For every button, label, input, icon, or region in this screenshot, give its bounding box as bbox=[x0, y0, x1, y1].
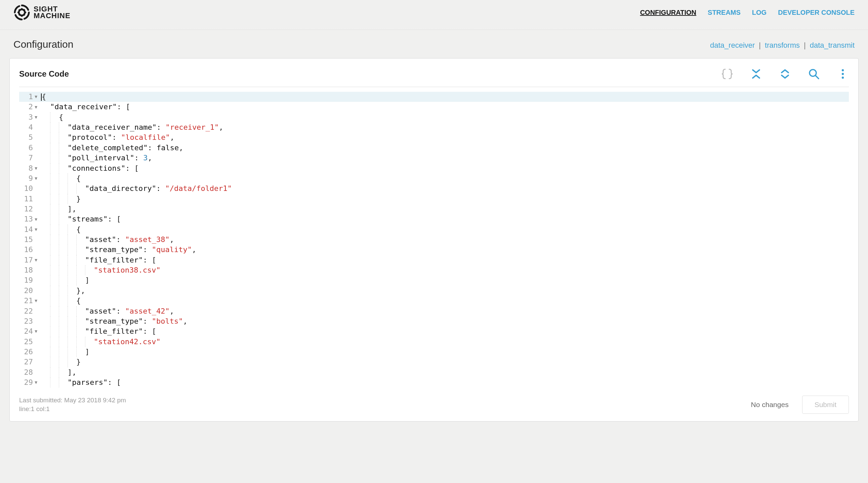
nav-configuration[interactable]: CONFIGURATION bbox=[640, 9, 696, 17]
subnav-data-transmit[interactable]: data_transmit bbox=[810, 41, 855, 50]
editor-line[interactable]: 8▼"connections": [ bbox=[19, 163, 849, 174]
expand-all-button[interactable] bbox=[779, 68, 791, 80]
search-button[interactable] bbox=[808, 68, 820, 80]
code-cell[interactable]: "connections": [ bbox=[39, 163, 849, 174]
editor-line[interactable]: 26] bbox=[19, 347, 849, 357]
editor-line[interactable]: 25"station42.csv" bbox=[19, 337, 849, 347]
code-cell[interactable]: "file_filter": [ bbox=[39, 326, 849, 336]
gutter[interactable]: 24▼ bbox=[19, 326, 39, 336]
code-cell[interactable]: { bbox=[39, 112, 849, 122]
gutter[interactable]: 3▼ bbox=[19, 112, 39, 122]
gutter[interactable]: 11 bbox=[19, 194, 39, 204]
editor-line[interactable]: 14▼{ bbox=[19, 224, 849, 235]
code-cell[interactable]: ], bbox=[39, 204, 849, 214]
code-cell[interactable]: "stream_type": "quality", bbox=[39, 245, 849, 255]
code-cell[interactable]: "asset": "asset_42", bbox=[39, 306, 849, 316]
code-cell[interactable]: "file_filter": [ bbox=[39, 255, 849, 265]
code-cell[interactable]: "protocol": "localfile", bbox=[39, 132, 849, 143]
editor-line[interactable]: 16"stream_type": "quality", bbox=[19, 245, 849, 255]
editor-line[interactable]: 18"station38.csv" bbox=[19, 265, 849, 275]
editor-line[interactable]: 15"asset": "asset_38", bbox=[19, 235, 849, 245]
editor-line[interactable]: 24▼"file_filter": [ bbox=[19, 326, 849, 336]
subnav-transforms[interactable]: transforms bbox=[765, 41, 800, 50]
gutter[interactable]: 8▼ bbox=[19, 163, 39, 174]
gutter[interactable]: 20 bbox=[19, 286, 39, 296]
editor-line[interactable]: 7"poll_interval": 3, bbox=[19, 153, 849, 163]
gutter[interactable]: 5 bbox=[19, 132, 39, 143]
fold-arrow-icon[interactable]: ▼ bbox=[34, 114, 37, 120]
editor-line[interactable]: 4"data_receiver_name": "receiver_1", bbox=[19, 122, 849, 132]
gutter[interactable]: 9▼ bbox=[19, 174, 39, 183]
code-cell[interactable]: "data_receiver": [ bbox=[39, 102, 849, 112]
code-cell[interactable]: "data_receiver_name": "receiver_1", bbox=[39, 122, 849, 132]
format-json-button[interactable] bbox=[721, 68, 733, 80]
gutter[interactable]: 13▼ bbox=[19, 214, 39, 224]
code-cell[interactable]: { bbox=[39, 174, 849, 183]
nav-developer-console[interactable]: DEVELOPER CONSOLE bbox=[778, 9, 855, 17]
gutter[interactable]: 18 bbox=[19, 265, 39, 275]
editor-line[interactable]: 19] bbox=[19, 275, 849, 285]
fold-arrow-icon[interactable]: ▼ bbox=[34, 165, 37, 172]
gutter[interactable]: 2▼ bbox=[19, 102, 39, 112]
editor-line[interactable]: 17▼"file_filter": [ bbox=[19, 255, 849, 265]
code-cell[interactable]: } bbox=[39, 357, 849, 367]
code-editor[interactable]: 1▼{2▼"data_receiver": [3▼{4"data_receive… bbox=[19, 92, 849, 388]
gutter[interactable]: 6 bbox=[19, 143, 39, 153]
editor-line[interactable]: 28], bbox=[19, 367, 849, 378]
editor-line[interactable]: 13▼"streams": [ bbox=[19, 214, 849, 224]
editor-line[interactable]: 5"protocol": "localfile", bbox=[19, 132, 849, 143]
fold-arrow-icon[interactable]: ▼ bbox=[34, 328, 37, 334]
editor-line[interactable]: 23"stream_type": "bolts", bbox=[19, 316, 849, 326]
gutter[interactable]: 25 bbox=[19, 337, 39, 347]
code-cell[interactable]: ] bbox=[39, 347, 849, 357]
code-cell[interactable]: ], bbox=[39, 367, 849, 378]
editor-line[interactable]: 27} bbox=[19, 357, 849, 367]
editor-line[interactable]: 22"asset": "asset_42", bbox=[19, 306, 849, 316]
editor-line[interactable]: 10"data_directory": "/data/folder1" bbox=[19, 183, 849, 193]
fold-arrow-icon[interactable]: ▼ bbox=[34, 298, 37, 304]
gutter[interactable]: 1▼ bbox=[19, 92, 39, 102]
editor-line[interactable]: 9▼{ bbox=[19, 174, 849, 183]
subnav-data-receiver[interactable]: data_receiver bbox=[710, 41, 755, 50]
gutter[interactable]: 7 bbox=[19, 153, 39, 163]
gutter[interactable]: 22 bbox=[19, 306, 39, 316]
gutter[interactable]: 23 bbox=[19, 316, 39, 326]
gutter[interactable]: 15 bbox=[19, 235, 39, 245]
fold-arrow-icon[interactable]: ▼ bbox=[34, 257, 37, 263]
gutter[interactable]: 27 bbox=[19, 357, 39, 367]
gutter[interactable]: 4 bbox=[19, 122, 39, 132]
code-cell[interactable]: "station42.csv" bbox=[39, 337, 849, 347]
code-cell[interactable]: { bbox=[39, 296, 849, 306]
gutter[interactable]: 14▼ bbox=[19, 224, 39, 235]
code-cell[interactable]: } bbox=[39, 194, 849, 204]
code-cell[interactable]: "parsers": [ bbox=[39, 378, 849, 388]
gutter[interactable]: 21▼ bbox=[19, 296, 39, 306]
code-cell[interactable]: "streams": [ bbox=[39, 214, 849, 224]
nav-log[interactable]: LOG bbox=[752, 9, 767, 17]
code-cell[interactable]: }, bbox=[39, 286, 849, 296]
code-cell[interactable]: "station38.csv" bbox=[39, 265, 849, 275]
gutter[interactable]: 29▼ bbox=[19, 378, 39, 388]
editor-line[interactable]: 6"delete_completed": false, bbox=[19, 143, 849, 153]
code-cell[interactable]: "data_directory": "/data/folder1" bbox=[39, 183, 849, 193]
gutter[interactable]: 12 bbox=[19, 204, 39, 214]
collapse-all-button[interactable] bbox=[750, 68, 762, 80]
fold-arrow-icon[interactable]: ▼ bbox=[34, 380, 37, 386]
gutter[interactable]: 19 bbox=[19, 275, 39, 285]
fold-arrow-icon[interactable]: ▼ bbox=[34, 227, 37, 233]
code-cell[interactable]: "asset": "asset_38", bbox=[39, 235, 849, 245]
fold-arrow-icon[interactable]: ▼ bbox=[34, 104, 37, 110]
editor-line[interactable]: 11} bbox=[19, 194, 849, 204]
fold-arrow-icon[interactable]: ▼ bbox=[34, 176, 37, 181]
code-cell[interactable]: { bbox=[39, 224, 849, 235]
fold-arrow-icon[interactable]: ▼ bbox=[34, 216, 37, 222]
code-cell[interactable]: "delete_completed": false, bbox=[39, 143, 849, 153]
gutter[interactable]: 17▼ bbox=[19, 255, 39, 265]
code-cell[interactable]: "poll_interval": 3, bbox=[39, 153, 849, 163]
gutter[interactable]: 16 bbox=[19, 245, 39, 255]
code-cell[interactable]: ] bbox=[39, 275, 849, 285]
gutter[interactable]: 26 bbox=[19, 347, 39, 357]
editor-line[interactable]: 3▼{ bbox=[19, 112, 849, 122]
code-cell[interactable]: { bbox=[39, 92, 849, 102]
submit-button[interactable]: Submit bbox=[802, 396, 849, 414]
